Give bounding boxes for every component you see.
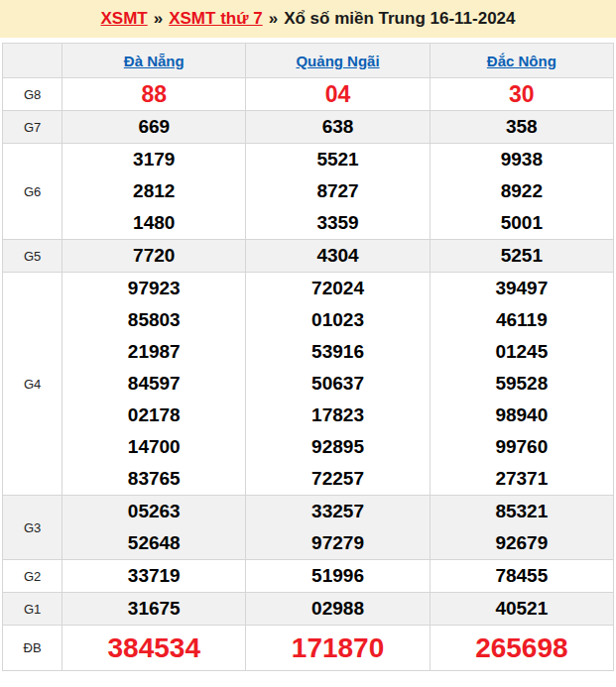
prize-cell: 5521 8727 3359 [246,144,430,240]
table-header-row: Đà Nẵng Quảng Ngãi Đắc Nông [3,44,614,78]
prize-number: 40521 [431,593,613,625]
breadcrumb-link-xsmt-thu-7[interactable]: XSMT thứ 7 [169,9,262,29]
province-link-dac-nong[interactable]: Đắc Nông [487,53,556,69]
column-header-quang-ngai: Quảng Ngãi [246,44,430,78]
prize-cell: 72024 01023 53916 50637 17823 92895 7225… [246,273,430,496]
prize-number: 2812 [62,175,245,207]
prize-label: G2 [3,560,62,593]
breadcrumb-separator: » [154,9,163,29]
prize-label: G6 [3,144,62,240]
prize-row-g4: G4 97923 85803 21987 84597 02178 14700 8… [3,273,614,496]
prize-cell: 97923 85803 21987 84597 02178 14700 8376… [62,273,246,496]
breadcrumb: XSMT » XSMT thứ 7 » Xổ số miền Trung 16-… [0,0,616,38]
prize-number: 8922 [431,175,613,207]
prize-number: 358 [431,111,613,143]
prize-cell: 85321 92679 [430,496,613,560]
prize-cell: 39497 46119 01245 59528 98940 99760 2737… [430,273,613,496]
prize-cell: 33719 [62,560,246,593]
prize-number: 04 [246,78,429,110]
prize-number: 02178 [62,400,245,431]
prize-row-g5: G5 7720 4304 5251 [3,240,614,273]
prize-row-db: ĐB 384534 171870 265698 [3,626,614,671]
prize-number: 51996 [246,560,429,592]
prize-number: 7720 [62,240,245,272]
prize-cell: 638 [246,111,430,144]
prize-number: 265698 [431,626,613,670]
prize-number: 17823 [246,400,429,431]
prize-number: 4304 [246,240,429,272]
prize-number: 30 [431,78,613,110]
prize-number: 85803 [62,304,245,336]
province-link-da-nang[interactable]: Đà Nẵng [124,53,185,69]
prize-cell: 265698 [430,626,613,671]
prize-number: 92895 [246,431,429,463]
prize-number: 52648 [62,527,245,559]
prize-cell: 3179 2812 1480 [62,144,246,240]
prize-number: 3179 [62,144,245,175]
prize-cell: 384534 [62,626,246,671]
corner-cell [3,44,62,78]
prize-number: 33257 [246,496,429,527]
prize-cell: 51996 [246,560,430,593]
prize-cell: 05263 52648 [62,496,246,560]
prize-number: 85321 [431,496,613,527]
lottery-results-page: XSMT » XSMT thứ 7 » Xổ số miền Trung 16-… [0,0,616,687]
prize-row-g7: G7 669 638 358 [3,111,614,144]
prize-number: 97923 [62,273,245,304]
prize-number: 39497 [431,273,613,304]
prize-number: 83765 [62,463,245,495]
column-header-dac-nong: Đắc Nông [430,44,613,78]
prize-number: 27371 [431,463,613,495]
prize-number: 5521 [246,144,429,175]
prize-number: 1480 [62,207,245,239]
prize-cell: 78455 [430,560,613,593]
prize-cell: 02988 [246,593,430,626]
prize-cell: 40521 [430,593,613,626]
prize-row-g3: G3 05263 52648 33257 97279 85321 92679 [3,496,614,560]
prize-number: 669 [62,111,245,143]
prize-number: 05263 [62,496,245,527]
prize-row-g8: G8 88 04 30 [3,78,614,111]
prize-number: 01245 [431,336,613,368]
prize-number: 78455 [431,560,613,592]
prize-number: 33719 [62,560,245,592]
prize-cell: 5251 [430,240,613,273]
prize-number: 53916 [246,336,429,368]
prize-label: G4 [3,273,62,496]
lottery-results-table: Đà Nẵng Quảng Ngãi Đắc Nông G8 88 04 30 … [2,43,614,671]
prize-number: 72257 [246,463,429,495]
prize-number: 97279 [246,527,429,559]
prize-number: 5251 [431,240,613,272]
prize-cell: 4304 [246,240,430,273]
prize-cell: 30 [430,78,613,111]
prize-number: 72024 [246,273,429,304]
breadcrumb-link-xsmt[interactable]: XSMT [100,9,147,29]
prize-number: 21987 [62,336,245,368]
prize-label: ĐB [3,626,62,671]
prize-number: 92679 [431,527,613,559]
prize-label: G1 [3,593,62,626]
prize-cell: 04 [246,78,430,111]
prize-number: 3359 [246,207,429,239]
prize-number: 31675 [62,593,245,625]
prize-number: 84597 [62,368,245,400]
prize-label: G7 [3,111,62,144]
prize-cell: 9938 8922 5001 [430,144,613,240]
prize-number: 14700 [62,431,245,463]
prize-cell: 669 [62,111,246,144]
prize-row-g2: G2 33719 51996 78455 [3,560,614,593]
prize-number: 638 [246,111,429,143]
breadcrumb-separator: » [269,9,278,29]
prize-label: G3 [3,496,62,560]
prize-label: G8 [3,78,62,111]
prize-number: 8727 [246,175,429,207]
prize-cell: 33257 97279 [246,496,430,560]
prize-row-g6: G6 3179 2812 1480 5521 8727 3359 9938 89… [3,144,614,240]
prize-number: 5001 [431,207,613,239]
prize-number: 9938 [431,144,613,175]
prize-cell: 358 [430,111,613,144]
province-link-quang-ngai[interactable]: Quảng Ngãi [296,53,379,69]
prize-label: G5 [3,240,62,273]
column-header-da-nang: Đà Nẵng [62,44,246,78]
prize-row-g1: G1 31675 02988 40521 [3,593,614,626]
